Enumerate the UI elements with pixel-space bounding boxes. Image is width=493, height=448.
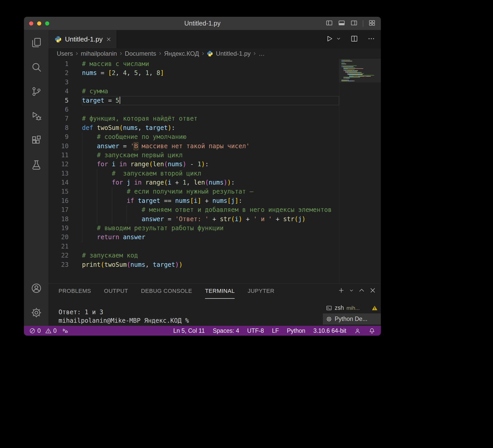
tab-untitled-1[interactable]: Untitled-1.py [48, 30, 117, 48]
line-number[interactable]: 7 [48, 114, 82, 123]
toggle-sidebar-left-icon[interactable] [326, 19, 333, 28]
code-line[interactable]: 12for i in range(len(nums) - 1): [48, 160, 339, 169]
code-line[interactable]: 19# выводим результат работы функции [48, 224, 339, 233]
run-dropdown-chevron-icon[interactable] [336, 36, 341, 42]
code-text[interactable]: answer = 'В массиве нет такой пары чисел… [82, 142, 339, 151]
line-number[interactable]: 5 [48, 96, 82, 105]
breadcrumb-more[interactable]: … [259, 50, 265, 57]
line-number[interactable]: 18 [48, 215, 82, 224]
toggle-panel-icon[interactable] [338, 19, 345, 28]
code-line[interactable]: 3 [48, 78, 339, 87]
code-text[interactable]: # запускаем первый цикл [82, 151, 339, 160]
line-number[interactable]: 16 [48, 196, 82, 205]
code-line[interactable]: 22# запускаем код [48, 251, 339, 260]
terminal-list-item-zsh[interactable]: zsh mih... [323, 302, 381, 313]
code-text[interactable]: return answer [82, 233, 339, 242]
code-text[interactable] [82, 105, 339, 114]
code-line[interactable]: 2nums = [2, 4, 5, 1, 8] [48, 69, 339, 78]
maximize-panel-icon[interactable] [358, 287, 365, 295]
tab-terminal[interactable]: TERMINAL [205, 284, 235, 299]
code-line[interactable]: 1# массив с числами [48, 60, 339, 69]
minimize-window-button[interactable] [37, 21, 41, 26]
line-number[interactable]: 6 [48, 105, 82, 114]
line-number[interactable]: 2 [48, 69, 82, 78]
code-text[interactable]: # запускаем код [82, 251, 339, 260]
code-line[interactable]: 8def twoSum(nums, target): [48, 123, 339, 132]
code-text[interactable]: for i in range(len(nums) - 1): [82, 160, 339, 169]
terminal-list-item-python-debug[interactable]: Python De... [323, 313, 381, 325]
settings-gear-icon[interactable] [24, 300, 48, 325]
code-line[interactable]: 20return answer [48, 233, 339, 242]
new-terminal-icon[interactable] [338, 287, 345, 295]
code-line[interactable]: 18answer = 'Ответ: ' + str(i) + ' и ' + … [48, 215, 339, 224]
cursor-position-status[interactable]: Ln 5, Col 11 [173, 327, 205, 334]
code-text[interactable] [82, 242, 339, 251]
breadcrumb-yandex-kod[interactable]: Яндекс.КОД [164, 50, 199, 57]
code-text[interactable]: answer = 'Ответ: ' + str(i) + ' и ' + st… [82, 215, 339, 224]
code-text[interactable]: # сумма [82, 87, 339, 96]
source-control-icon[interactable] [24, 79, 48, 104]
breadcrumb-documents[interactable]: Documents [125, 50, 156, 57]
code-text[interactable]: # запускаем второй цикл [82, 169, 339, 178]
account-icon[interactable] [24, 276, 48, 300]
more-actions-icon[interactable] [367, 35, 375, 44]
tab-output[interactable]: OUTPUT [104, 284, 128, 299]
line-number[interactable]: 13 [48, 169, 82, 178]
line-number[interactable]: 10 [48, 142, 82, 151]
line-number[interactable]: 23 [48, 260, 82, 269]
line-number[interactable]: 21 [48, 242, 82, 251]
feedback-person-icon[interactable] [354, 328, 361, 334]
line-number[interactable]: 20 [48, 233, 82, 242]
close-window-button[interactable] [29, 21, 33, 26]
run-file-icon[interactable] [326, 35, 333, 44]
line-number[interactable]: 4 [48, 87, 82, 96]
code-text[interactable]: if target == nums[i] + nums[j]: [82, 196, 339, 205]
testing-icon[interactable] [24, 153, 48, 177]
extensions-icon[interactable] [24, 128, 48, 153]
code-line[interactable]: 5target = 5 [48, 96, 339, 105]
eol-status[interactable]: LF [272, 327, 279, 334]
code-text[interactable]: # массив с числами [82, 60, 339, 69]
line-number[interactable]: 11 [48, 151, 82, 160]
close-panel-icon[interactable] [369, 287, 376, 295]
code-line[interactable]: 14for j in range(i + 1, len(nums)): [48, 178, 339, 187]
breadcrumb-file[interactable]: Untitled-1.py [216, 50, 251, 57]
code-text[interactable]: # меняем ответ и добавляем в него индекс… [82, 205, 339, 214]
search-icon[interactable] [24, 55, 48, 79]
split-editor-icon[interactable] [350, 35, 358, 44]
notifications-bell-icon[interactable] [369, 328, 375, 334]
code-line[interactable]: 15# если получили нужный результат — [48, 187, 339, 196]
code-line[interactable]: 11# запускаем первый цикл [48, 151, 339, 160]
code-line[interactable]: 16if target == nums[i] + nums[j]: [48, 196, 339, 205]
code-text[interactable]: # выводим результат работы функции [82, 224, 339, 233]
toggle-sidebar-right-icon[interactable] [350, 19, 358, 28]
line-number[interactable]: 22 [48, 251, 82, 260]
terminal-output[interactable]: Ответ: 1 и 3 mihailpolanin@Mike-MBP Янде… [48, 299, 323, 326]
code-line[interactable]: 21 [48, 242, 339, 251]
breadcrumb-users[interactable]: Users [57, 50, 73, 57]
minimap[interactable] [339, 59, 381, 284]
terminal-dropdown-chevron-icon[interactable] [349, 288, 354, 294]
encoding-status[interactable]: UTF-8 [247, 327, 264, 334]
line-number[interactable]: 3 [48, 78, 82, 87]
line-number[interactable]: 14 [48, 178, 82, 187]
code-text[interactable]: # если получили нужный результат — [82, 187, 339, 196]
code-text[interactable]: print(twoSum(nums, target)) [82, 260, 339, 269]
code-line[interactable]: 6 [48, 105, 339, 114]
tab-problems[interactable]: PROBLEMS [59, 284, 91, 299]
tab-jupyter[interactable]: JUPYTER [248, 284, 274, 299]
customize-layout-icon[interactable] [368, 19, 376, 28]
line-number[interactable]: 8 [48, 123, 82, 132]
tab-debug-console[interactable]: DEBUG CONSOLE [141, 284, 192, 299]
breadcrumb-user[interactable]: mihailpolanin [81, 50, 117, 57]
code-line[interactable]: 23print(twoSum(nums, target)) [48, 260, 339, 269]
code-line[interactable]: 13# запускаем второй цикл [48, 169, 339, 178]
line-number[interactable]: 9 [48, 132, 82, 142]
line-number[interactable]: 1 [48, 60, 82, 69]
code-text[interactable]: # функция, которая найдёт ответ [82, 114, 339, 123]
code-line[interactable]: 10answer = 'В массиве нет такой пары чис… [48, 142, 339, 151]
line-number[interactable]: 17 [48, 205, 82, 214]
code-text[interactable]: nums = [2, 4, 5, 1, 8] [82, 69, 339, 78]
editor-lines[interactable]: 1# массив с числами2nums = [2, 4, 5, 1, … [48, 59, 339, 284]
code-text[interactable]: target = 5 [82, 96, 339, 105]
